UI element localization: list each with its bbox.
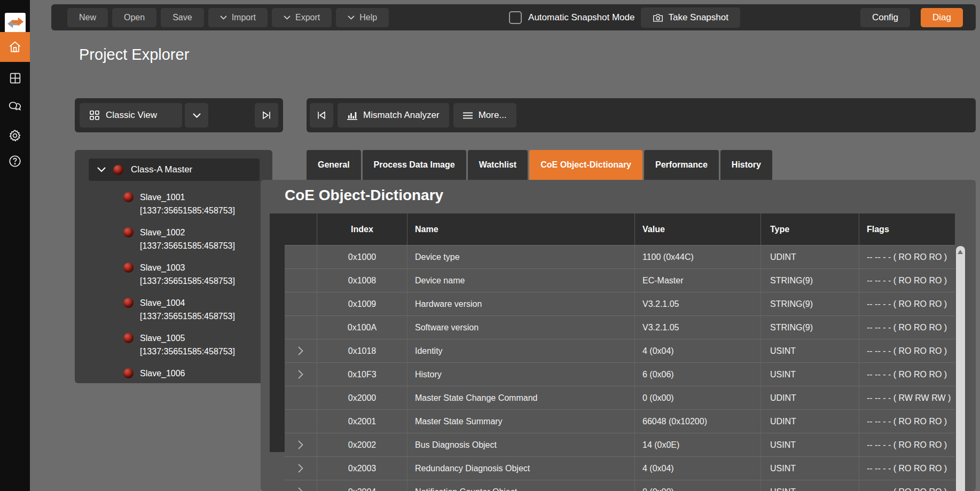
header-flags[interactable]: Flags	[859, 213, 955, 245]
tab[interactable]: Process Data Image	[363, 150, 466, 180]
menu-icon	[463, 112, 473, 119]
cell-value: EC-Master	[634, 269, 761, 292]
table-row[interactable]: 0x2003 Redundancy Diagnosis Object 4 (0x…	[285, 456, 955, 480]
table-row[interactable]: 0x1008 Device name EC-Master STRING(9) -…	[285, 268, 955, 292]
project-tree-panel: Class-A Master Slave_1001 [1337:35651585…	[75, 150, 272, 383]
cell-index: 0x1008	[317, 269, 407, 292]
analyzer-toolbar: Mismatch Analyzer More...	[307, 98, 976, 132]
slave-status-ball-icon	[123, 298, 134, 308]
view-grid-icon	[89, 110, 100, 121]
tree-node-master[interactable]: Class-A Master	[89, 159, 260, 181]
open-button[interactable]: Open	[112, 8, 156, 27]
chevron-down-icon[interactable]	[97, 167, 106, 172]
table-row[interactable]: 0x10F3 History 6 (0x06) USINT -- -- - - …	[285, 362, 955, 386]
tree-node-slave[interactable]: Slave_1006 [1337:35651585:458753]	[75, 367, 272, 383]
slave-name: Slave_1005	[140, 331, 235, 345]
more-button[interactable]: More...	[453, 103, 516, 128]
chevron-right-expand-icon[interactable]	[298, 346, 303, 355]
import-menu-button[interactable]: Import	[208, 8, 268, 27]
cell-index: 0x2002	[317, 433, 407, 456]
cell-index: 0x1009	[317, 292, 407, 315]
diag-mode-button[interactable]: Diag	[921, 8, 963, 27]
chevron-right-expand-icon[interactable]	[298, 487, 303, 491]
slave-address: [1337:35651585:458753]	[140, 274, 235, 288]
scroll-up-arrow-icon[interactable]	[958, 250, 963, 254]
app-window: New Open Save Import Export Help Automat…	[0, 0, 980, 491]
cell-flags: -- -- - - ( RO RO RO )	[859, 363, 955, 386]
expand-panel-button[interactable]	[310, 103, 333, 128]
cell-flags: -- -- - - ( RO RO RO )	[859, 246, 955, 268]
table-row[interactable]: 0x2002 Bus Diagnosis Object 14 (0x0E) US…	[285, 433, 955, 456]
cell-name: Device type	[407, 246, 634, 268]
cell-index: 0x1000	[317, 246, 407, 268]
sidebar-item-help[interactable]	[0, 146, 30, 176]
save-button[interactable]: Save	[161, 8, 203, 27]
cell-value: V3.2.1.05	[634, 292, 761, 315]
help-icon	[8, 154, 22, 168]
tree-node-slave[interactable]: Slave_1005 [1337:35651585:458753]	[75, 331, 272, 367]
cell-index: 0x1018	[317, 339, 407, 362]
slave-name: Slave_1004	[140, 296, 235, 310]
cell-value: 4 (0x04)	[634, 339, 761, 362]
table-row[interactable]: 0x1000 Device type 1100 (0x44C) UDINT --…	[285, 245, 955, 268]
cell-flags: -- -- - - ( RO RO RO )	[859, 339, 955, 362]
cell-index: 0x100A	[317, 316, 407, 339]
chevron-down-icon	[284, 15, 291, 20]
chevron-right-expand-icon[interactable]	[298, 370, 303, 379]
tab[interactable]: General	[307, 150, 361, 180]
automatic-snapshot-checkbox[interactable]	[509, 11, 522, 24]
slave-address: [1337:35651585:458753]	[140, 239, 235, 252]
sidebar-item-messages[interactable]	[0, 91, 30, 121]
tab[interactable]: Watchlist	[468, 150, 528, 180]
table-row[interactable]: 0x2004 Notification Counter Object 0 (0x…	[285, 480, 955, 491]
tab[interactable]: History	[720, 150, 772, 180]
cell-flags: -- -- - - ( RO RO RO )	[859, 457, 955, 480]
chevron-right-expand-icon[interactable]	[298, 464, 303, 473]
chevron-down-icon	[220, 15, 227, 20]
slave-address: [1337:35651585:458753]	[140, 310, 235, 323]
tree-node-slave[interactable]: Slave_1002 [1337:35651585:458753]	[75, 226, 272, 261]
cell-type: UDINT	[761, 386, 859, 409]
collapse-left-icon	[317, 110, 326, 120]
sidebar-item-grid-view[interactable]	[0, 63, 30, 93]
config-mode-button[interactable]: Config	[860, 8, 910, 27]
vertical-scrollbar[interactable]	[956, 246, 965, 491]
cell-name: Master State Summary	[407, 410, 634, 433]
header-index[interactable]: Index	[317, 213, 407, 245]
file-button-group: New Open Save Import Export Help	[67, 8, 389, 27]
new-button[interactable]: New	[67, 8, 108, 27]
view-selector-button[interactable]: Classic View	[80, 103, 182, 128]
help-menu-button[interactable]: Help	[336, 8, 389, 27]
table-row[interactable]: 0x2000 Master State Change Command 0 (0x…	[285, 386, 955, 409]
tab[interactable]: Performance	[644, 150, 719, 180]
slave-name: Slave_1002	[140, 226, 235, 239]
cell-type: USINT	[761, 363, 859, 386]
sidebar-item-home[interactable]	[0, 32, 30, 62]
collapse-panel-button[interactable]	[255, 103, 278, 128]
mismatch-analyzer-button[interactable]: Mismatch Analyzer	[338, 103, 449, 128]
take-snapshot-button[interactable]: Take Snapshot	[641, 7, 740, 28]
export-menu-button[interactable]: Export	[272, 8, 332, 27]
cell-name: Notification Counter Object	[407, 480, 634, 491]
tree-node-slave[interactable]: Slave_1001 [1337:35651585:458753]	[75, 191, 272, 226]
coe-object-dictionary-panel: CoE Object-Dictionary Index Name Value T…	[261, 180, 976, 491]
table-row[interactable]: 0x2001 Master State Summary 66048 (0x102…	[285, 409, 955, 433]
table-row[interactable]: 0x100A Software version V3.2.1.05 STRING…	[285, 315, 955, 339]
header-type[interactable]: Type	[761, 213, 859, 245]
chevron-down-icon	[348, 15, 355, 20]
cell-name: Redundancy Diagnosis Object	[407, 457, 634, 480]
cell-index: 0x2004	[317, 480, 407, 491]
chevron-down-icon	[193, 113, 201, 118]
tab[interactable]: CoE Object-Dictionary	[529, 150, 642, 180]
chevron-right-expand-icon[interactable]	[298, 440, 303, 449]
nav-sidebar	[0, 0, 30, 491]
table-row[interactable]: 0x1009 Hardware version V3.2.1.05 STRING…	[285, 292, 955, 315]
cell-index: 0x2001	[317, 410, 407, 433]
tree-node-slave[interactable]: Slave_1004 [1337:35651585:458753]	[75, 296, 272, 331]
view-selector-dropdown-button[interactable]	[185, 103, 208, 128]
header-name[interactable]: Name	[407, 213, 634, 245]
tree-node-slave[interactable]: Slave_1003 [1337:35651585:458753]	[75, 261, 272, 296]
header-value[interactable]: Value	[634, 213, 761, 245]
tree-slave-list: Slave_1001 [1337:35651585:458753] Slave_…	[75, 191, 272, 383]
table-row[interactable]: 0x1018 Identity 4 (0x04) USINT -- -- - -…	[285, 339, 955, 362]
